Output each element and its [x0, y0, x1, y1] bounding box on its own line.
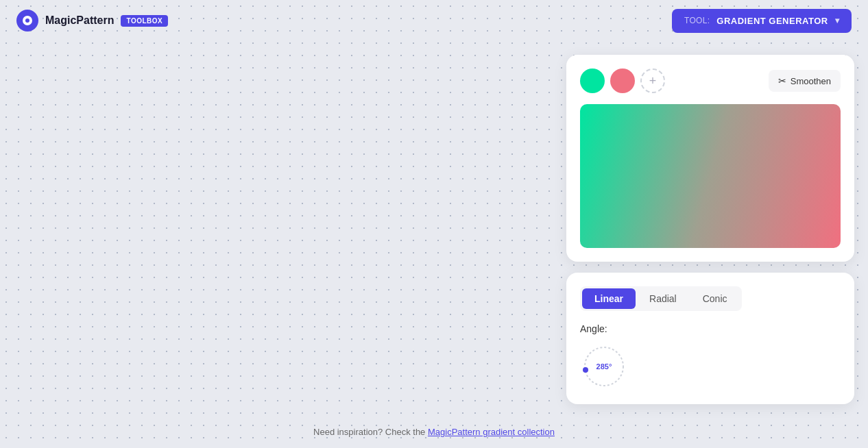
- angle-dial-svg: 285°: [580, 343, 628, 390]
- main-content: + ✂ Smoothen Linear Radial Conic Angle:: [553, 48, 868, 411]
- tab-linear[interactable]: Linear: [582, 288, 636, 309]
- brand-area: MagicPattern TOOLBOX: [16, 10, 168, 32]
- gradient-type-tabs: Linear Radial Conic: [580, 286, 742, 311]
- color-swatch-2[interactable]: [610, 69, 635, 93]
- angle-section: Angle: 285°: [580, 323, 841, 390]
- gradient-preview: [580, 104, 841, 248]
- angle-label: Angle:: [580, 323, 841, 334]
- color-swatches: +: [580, 69, 665, 93]
- smoothen-label: Smoothen: [791, 76, 831, 86]
- color-swatch-1[interactable]: [580, 69, 605, 93]
- color-controls: + ✂ Smoothen: [580, 69, 841, 93]
- svg-point-1: [583, 367, 588, 373]
- tab-radial[interactable]: Radial: [637, 288, 689, 309]
- tool-prefix: TOOL:: [684, 16, 710, 25]
- footer-link[interactable]: MagicPattern gradient collection: [428, 427, 555, 437]
- chevron-down-icon: ▾: [835, 16, 839, 25]
- footer-text-before: Need inspiration? Check the: [313, 427, 428, 437]
- logo-icon: [16, 10, 38, 32]
- gradient-card: + ✂ Smoothen: [566, 55, 854, 262]
- tool-name: GRADIENT GENERATOR: [716, 16, 828, 26]
- add-color-button[interactable]: +: [640, 69, 665, 93]
- plus-icon: +: [649, 74, 657, 88]
- angle-dial-wrapper[interactable]: 285°: [580, 343, 628, 390]
- svg-text:285°: 285°: [596, 362, 612, 371]
- tool-selector-button[interactable]: TOOL: GRADIENT GENERATOR ▾: [672, 9, 852, 33]
- controls-card: Linear Radial Conic Angle: 285°: [566, 273, 854, 404]
- brand-name: MagicPattern: [45, 14, 114, 27]
- tab-conic[interactable]: Conic: [690, 288, 740, 309]
- smoothen-button[interactable]: ✂ Smoothen: [769, 70, 841, 92]
- footer: Need inspiration? Check the MagicPattern…: [313, 427, 555, 437]
- header: MagicPattern TOOLBOX TOOL: GRADIENT GENE…: [0, 0, 868, 41]
- scissors-icon: ✂: [778, 75, 786, 86]
- toolbox-badge: TOOLBOX: [121, 15, 168, 27]
